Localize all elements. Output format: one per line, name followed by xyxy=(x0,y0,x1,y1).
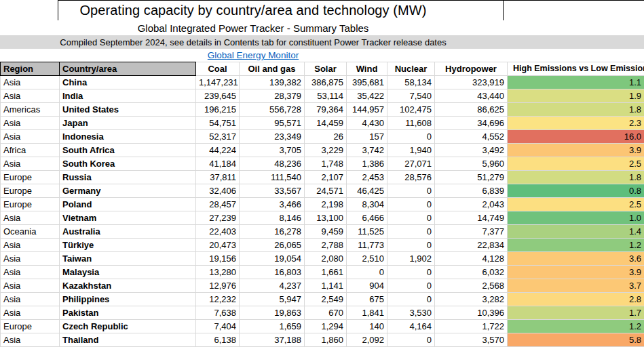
nuclear-cell[interactable]: 0 xyxy=(387,266,435,279)
solar-cell[interactable]: 79,364 xyxy=(305,103,347,117)
nuclear-cell[interactable]: 58,134 xyxy=(387,76,435,89)
country-cell[interactable]: India xyxy=(60,89,196,103)
ratio-cell[interactable]: 3.7 xyxy=(508,279,644,293)
solar-cell[interactable]: 53,114 xyxy=(305,89,347,103)
region-cell[interactable]: Asia xyxy=(1,157,60,171)
oil-gas-cell[interactable]: 139,382 xyxy=(240,76,305,89)
ratio-cell[interactable]: 1.1 xyxy=(508,76,644,89)
solar-cell[interactable]: 9,459 xyxy=(305,225,347,239)
ratio-cell[interactable]: 5.8 xyxy=(508,333,644,347)
country-cell[interactable]: Australia xyxy=(60,225,196,239)
region-cell[interactable]: Europe xyxy=(1,198,60,211)
coal-cell[interactable]: 7,404 xyxy=(196,320,240,333)
coal-cell[interactable]: 13,280 xyxy=(196,266,240,279)
solar-cell[interactable]: 26 xyxy=(305,130,347,144)
ratio-cell[interactable]: 1.2 xyxy=(508,320,644,333)
hydro-cell[interactable]: 86,625 xyxy=(435,103,508,117)
nuclear-cell[interactable]: 27,071 xyxy=(387,157,435,171)
hydro-cell[interactable]: 3,492 xyxy=(435,144,508,157)
solar-cell[interactable]: 3,229 xyxy=(305,144,347,157)
country-cell[interactable]: South Korea xyxy=(60,157,196,171)
solar-cell[interactable]: 2,549 xyxy=(305,293,347,306)
coal-cell[interactable]: 12,232 xyxy=(196,293,240,306)
coal-cell[interactable]: 41,184 xyxy=(196,157,240,171)
wind-cell[interactable]: 1,386 xyxy=(347,157,387,171)
nuclear-cell[interactable]: 4,164 xyxy=(387,320,435,333)
oil-gas-cell[interactable]: 33,567 xyxy=(240,184,305,198)
solar-cell[interactable]: 670 xyxy=(305,306,347,320)
hydro-cell[interactable]: 51,279 xyxy=(435,171,508,184)
ratio-cell[interactable]: 1.8 xyxy=(508,171,644,184)
wind-cell[interactable]: 157 xyxy=(347,130,387,144)
country-cell[interactable]: Philippines xyxy=(60,293,196,306)
ratio-cell[interactable]: 2.8 xyxy=(508,293,644,306)
region-cell[interactable]: Asia xyxy=(1,333,60,347)
wind-cell[interactable]: 4,430 xyxy=(347,117,387,130)
wind-cell[interactable]: 0 xyxy=(347,266,387,279)
coal-cell[interactable]: 1,147,231 xyxy=(196,76,240,89)
oil-gas-cell[interactable]: 19,863 xyxy=(240,306,305,320)
region-cell[interactable]: Asia xyxy=(1,252,60,266)
oil-gas-cell[interactable]: 8,146 xyxy=(240,211,305,225)
nuclear-cell[interactable]: 0 xyxy=(387,225,435,239)
col-header-solar[interactable]: Solar xyxy=(305,62,347,76)
oil-gas-cell[interactable]: 28,379 xyxy=(240,89,305,103)
region-cell[interactable]: Oceania xyxy=(1,225,60,239)
col-header-country[interactable]: Country/area xyxy=(60,62,196,76)
coal-cell[interactable]: 19,156 xyxy=(196,252,240,266)
oil-gas-cell[interactable]: 48,236 xyxy=(240,157,305,171)
coal-cell[interactable]: 28,457 xyxy=(196,198,240,211)
country-cell[interactable]: Germany xyxy=(60,184,196,198)
nuclear-cell[interactable]: 102,475 xyxy=(387,103,435,117)
ratio-cell[interactable]: 1.8 xyxy=(508,103,644,117)
col-header-nuclear[interactable]: Nuclear xyxy=(387,62,435,76)
region-cell[interactable]: Asia xyxy=(1,293,60,306)
region-cell[interactable]: Asia xyxy=(1,130,60,144)
oil-gas-cell[interactable]: 16,803 xyxy=(240,266,305,279)
hydro-cell[interactable]: 3,282 xyxy=(435,293,508,306)
coal-cell[interactable]: 239,645 xyxy=(196,89,240,103)
coal-cell[interactable]: 12,976 xyxy=(196,279,240,293)
solar-cell[interactable]: 1,294 xyxy=(305,320,347,333)
ratio-cell[interactable]: 3.6 xyxy=(508,252,644,266)
nuclear-cell[interactable]: 1,940 xyxy=(387,144,435,157)
nuclear-cell[interactable]: 0 xyxy=(387,239,435,252)
country-cell[interactable]: Poland xyxy=(60,198,196,211)
wind-cell[interactable]: 11,773 xyxy=(347,239,387,252)
country-cell[interactable]: Japan xyxy=(60,117,196,130)
coal-cell[interactable]: 6,138 xyxy=(196,333,240,347)
wind-cell[interactable]: 2,092 xyxy=(347,333,387,347)
oil-gas-cell[interactable]: 16,278 xyxy=(240,225,305,239)
coal-cell[interactable]: 7,638 xyxy=(196,306,240,320)
ratio-cell[interactable]: 2.3 xyxy=(508,117,644,130)
solar-cell[interactable]: 2,080 xyxy=(305,252,347,266)
col-header-coal[interactable]: Coal xyxy=(196,62,240,76)
ratio-cell[interactable]: 1.7 xyxy=(508,306,644,320)
hydro-cell[interactable]: 10,396 xyxy=(435,306,508,320)
coal-cell[interactable]: 54,751 xyxy=(196,117,240,130)
col-header-emissions-ratio[interactable]: High Emissions vs Low Emissions xyxy=(508,62,644,76)
ratio-cell[interactable]: 1.0 xyxy=(508,211,644,225)
nuclear-cell[interactable]: 0 xyxy=(387,184,435,198)
oil-gas-cell[interactable]: 556,728 xyxy=(240,103,305,117)
nuclear-cell[interactable]: 0 xyxy=(387,198,435,211)
region-cell[interactable]: Asia xyxy=(1,89,60,103)
solar-cell[interactable]: 2,788 xyxy=(305,239,347,252)
solar-cell[interactable]: 13,100 xyxy=(305,211,347,225)
oil-gas-cell[interactable]: 4,237 xyxy=(240,279,305,293)
hydro-cell[interactable]: 7,377 xyxy=(435,225,508,239)
country-cell[interactable]: South Africa xyxy=(60,144,196,157)
oil-gas-cell[interactable]: 23,349 xyxy=(240,130,305,144)
region-cell[interactable]: Asia xyxy=(1,279,60,293)
solar-cell[interactable]: 2,198 xyxy=(305,198,347,211)
col-header-oil-gas[interactable]: Oil and gas xyxy=(240,62,305,76)
coal-cell[interactable]: 22,403 xyxy=(196,225,240,239)
wind-cell[interactable]: 11,525 xyxy=(347,225,387,239)
solar-cell[interactable]: 386,875 xyxy=(305,76,347,89)
coal-cell[interactable]: 27,239 xyxy=(196,211,240,225)
oil-gas-cell[interactable]: 1,659 xyxy=(240,320,305,333)
region-cell[interactable]: Europe xyxy=(1,184,60,198)
hydro-cell[interactable]: 22,834 xyxy=(435,239,508,252)
country-cell[interactable]: Türkiye xyxy=(60,239,196,252)
solar-cell[interactable]: 24,571 xyxy=(305,184,347,198)
